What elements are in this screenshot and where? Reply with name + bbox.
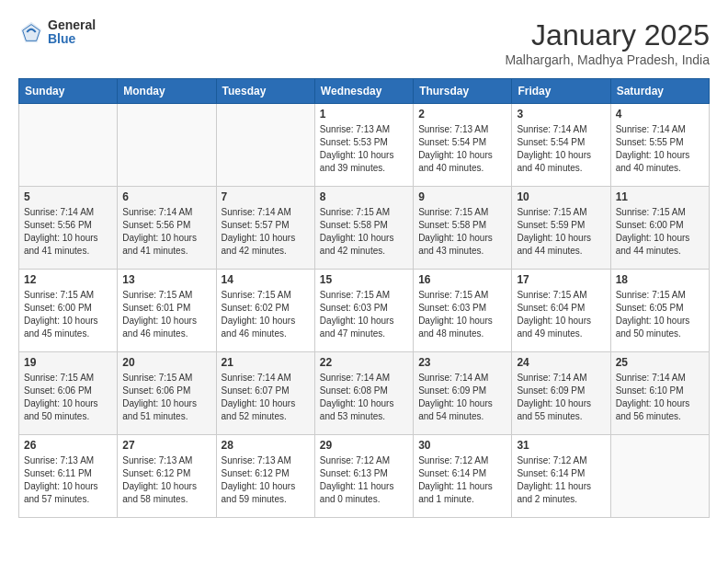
calendar-cell: 30Sunrise: 7:12 AM Sunset: 6:14 PM Dayli… [414, 435, 512, 518]
cell-content: Sunrise: 7:15 AM Sunset: 5:59 PM Dayligh… [517, 206, 605, 258]
day-number: 4 [616, 108, 704, 121]
calendar-cell: 18Sunrise: 7:15 AM Sunset: 6:05 PM Dayli… [610, 270, 709, 352]
cell-content: Sunrise: 7:15 AM Sunset: 5:58 PM Dayligh… [320, 206, 408, 258]
day-header-saturday: Saturday [610, 79, 709, 104]
cell-content: Sunrise: 7:15 AM Sunset: 6:00 PM Dayligh… [24, 289, 112, 340]
calendar-cell: 31Sunrise: 7:12 AM Sunset: 6:14 PM Dayli… [512, 435, 610, 518]
cell-content: Sunrise: 7:14 AM Sunset: 6:07 PM Dayligh… [222, 372, 310, 423]
day-number: 3 [517, 108, 605, 121]
calendar-cell [19, 104, 118, 187]
cell-content: Sunrise: 7:12 AM Sunset: 6:14 PM Dayligh… [418, 454, 506, 506]
cell-content: Sunrise: 7:15 AM Sunset: 6:06 PM Dayligh… [122, 372, 210, 423]
cell-content: Sunrise: 7:14 AM Sunset: 6:10 PM Dayligh… [616, 372, 704, 423]
calendar-table: SundayMondayTuesdayWednesdayThursdayFrid… [18, 78, 710, 518]
day-number: 29 [320, 439, 408, 452]
cell-content: Sunrise: 7:15 AM Sunset: 5:58 PM Dayligh… [418, 206, 506, 258]
calendar-cell: 5Sunrise: 7:14 AM Sunset: 5:56 PM Daylig… [19, 187, 118, 270]
day-header-tuesday: Tuesday [216, 79, 314, 104]
calendar-cell: 2Sunrise: 7:13 AM Sunset: 5:54 PM Daylig… [414, 104, 512, 187]
cell-content: Sunrise: 7:15 AM Sunset: 6:06 PM Dayligh… [24, 372, 112, 423]
cell-content: Sunrise: 7:14 AM Sunset: 5:54 PM Dayligh… [517, 123, 605, 175]
calendar-cell: 6Sunrise: 7:14 AM Sunset: 5:56 PM Daylig… [118, 187, 216, 270]
cell-content: Sunrise: 7:15 AM Sunset: 6:03 PM Dayligh… [418, 289, 506, 340]
day-number: 17 [517, 273, 605, 286]
calendar-cell: 8Sunrise: 7:15 AM Sunset: 5:58 PM Daylig… [314, 187, 413, 270]
logo-blue-text: Blue [48, 32, 96, 46]
calendar-cell: 22Sunrise: 7:14 AM Sunset: 6:08 PM Dayli… [314, 352, 413, 435]
day-number: 22 [320, 356, 408, 369]
calendar-cell: 17Sunrise: 7:15 AM Sunset: 6:04 PM Dayli… [512, 270, 610, 352]
calendar-cell: 21Sunrise: 7:14 AM Sunset: 6:07 PM Dayli… [216, 352, 314, 435]
calendar-cell: 11Sunrise: 7:15 AM Sunset: 6:00 PM Dayli… [610, 187, 709, 270]
day-number: 20 [122, 356, 210, 369]
cell-content: Sunrise: 7:15 AM Sunset: 6:04 PM Dayligh… [517, 289, 605, 340]
calendar-cell: 24Sunrise: 7:14 AM Sunset: 6:09 PM Dayli… [512, 352, 610, 435]
calendar-week-row: 19Sunrise: 7:15 AM Sunset: 6:06 PM Dayli… [19, 352, 710, 435]
logo-text: General Blue [48, 18, 96, 47]
calendar-cell: 26Sunrise: 7:13 AM Sunset: 6:11 PM Dayli… [19, 435, 118, 518]
calendar-week-row: 12Sunrise: 7:15 AM Sunset: 6:00 PM Dayli… [19, 270, 710, 352]
day-number: 2 [418, 108, 506, 121]
calendar-cell: 23Sunrise: 7:14 AM Sunset: 6:09 PM Dayli… [414, 352, 512, 435]
cell-content: Sunrise: 7:12 AM Sunset: 6:13 PM Dayligh… [320, 454, 408, 506]
day-header-wednesday: Wednesday [314, 79, 413, 104]
calendar-cell: 29Sunrise: 7:12 AM Sunset: 6:13 PM Dayli… [314, 435, 413, 518]
day-number: 24 [517, 356, 605, 369]
cell-content: Sunrise: 7:14 AM Sunset: 5:56 PM Dayligh… [24, 206, 112, 258]
calendar-cell: 27Sunrise: 7:13 AM Sunset: 6:12 PM Dayli… [118, 435, 216, 518]
day-number: 15 [320, 273, 408, 286]
cell-content: Sunrise: 7:14 AM Sunset: 6:09 PM Dayligh… [418, 372, 506, 423]
cell-content: Sunrise: 7:14 AM Sunset: 6:09 PM Dayligh… [517, 372, 605, 423]
day-number: 11 [616, 190, 704, 203]
calendar-cell: 14Sunrise: 7:15 AM Sunset: 6:02 PM Dayli… [216, 270, 314, 352]
calendar-cell: 1Sunrise: 7:13 AM Sunset: 5:53 PM Daylig… [314, 104, 413, 187]
cell-content: Sunrise: 7:14 AM Sunset: 5:57 PM Dayligh… [222, 206, 310, 258]
logo: General Blue [18, 18, 96, 47]
calendar-header-row: SundayMondayTuesdayWednesdayThursdayFrid… [19, 79, 710, 104]
day-header-monday: Monday [118, 79, 216, 104]
day-number: 13 [122, 273, 210, 286]
cell-content: Sunrise: 7:15 AM Sunset: 6:05 PM Dayligh… [616, 289, 704, 340]
calendar-cell: 19Sunrise: 7:15 AM Sunset: 6:06 PM Dayli… [19, 352, 118, 435]
calendar-week-row: 5Sunrise: 7:14 AM Sunset: 5:56 PM Daylig… [19, 187, 710, 270]
calendar-cell: 10Sunrise: 7:15 AM Sunset: 5:59 PM Dayli… [512, 187, 610, 270]
day-number: 14 [222, 273, 310, 286]
day-number: 27 [122, 439, 210, 452]
calendar-cell: 20Sunrise: 7:15 AM Sunset: 6:06 PM Dayli… [118, 352, 216, 435]
day-number: 12 [24, 273, 112, 286]
cell-content: Sunrise: 7:13 AM Sunset: 5:54 PM Dayligh… [418, 123, 506, 175]
day-number: 26 [24, 439, 112, 452]
calendar-cell: 3Sunrise: 7:14 AM Sunset: 5:54 PM Daylig… [512, 104, 610, 187]
day-number: 7 [222, 190, 310, 203]
calendar-cell: 16Sunrise: 7:15 AM Sunset: 6:03 PM Dayli… [414, 270, 512, 352]
cell-content: Sunrise: 7:13 AM Sunset: 6:12 PM Dayligh… [222, 454, 310, 506]
month-title: January 2025 [505, 18, 710, 52]
day-number: 19 [24, 356, 112, 369]
title-block: January 2025 Malhargarh, Madhya Pradesh,… [505, 18, 710, 67]
calendar-cell [610, 435, 709, 518]
day-number: 6 [122, 190, 210, 203]
day-number: 1 [320, 108, 408, 121]
cell-content: Sunrise: 7:15 AM Sunset: 6:02 PM Dayligh… [222, 289, 310, 340]
cell-content: Sunrise: 7:15 AM Sunset: 6:03 PM Dayligh… [320, 289, 408, 340]
calendar-cell: 15Sunrise: 7:15 AM Sunset: 6:03 PM Dayli… [314, 270, 413, 352]
calendar-cell: 13Sunrise: 7:15 AM Sunset: 6:01 PM Dayli… [118, 270, 216, 352]
calendar-week-row: 26Sunrise: 7:13 AM Sunset: 6:11 PM Dayli… [19, 435, 710, 518]
cell-content: Sunrise: 7:15 AM Sunset: 6:01 PM Dayligh… [122, 289, 210, 340]
calendar-cell [118, 104, 216, 187]
cell-content: Sunrise: 7:15 AM Sunset: 6:00 PM Dayligh… [616, 206, 704, 258]
day-number: 5 [24, 190, 112, 203]
cell-content: Sunrise: 7:14 AM Sunset: 6:08 PM Dayligh… [320, 372, 408, 423]
calendar-cell: 25Sunrise: 7:14 AM Sunset: 6:10 PM Dayli… [610, 352, 709, 435]
day-number: 16 [418, 273, 506, 286]
cell-content: Sunrise: 7:14 AM Sunset: 5:56 PM Dayligh… [122, 206, 210, 258]
logo-general-text: General [48, 18, 96, 32]
calendar-cell: 28Sunrise: 7:13 AM Sunset: 6:12 PM Dayli… [216, 435, 314, 518]
calendar-cell: 4Sunrise: 7:14 AM Sunset: 5:55 PM Daylig… [610, 104, 709, 187]
day-number: 8 [320, 190, 408, 203]
cell-content: Sunrise: 7:13 AM Sunset: 5:53 PM Dayligh… [320, 123, 408, 175]
calendar-cell [216, 104, 314, 187]
location-text: Malhargarh, Madhya Pradesh, India [505, 52, 710, 67]
day-header-friday: Friday [512, 79, 610, 104]
calendar-cell: 9Sunrise: 7:15 AM Sunset: 5:58 PM Daylig… [414, 187, 512, 270]
